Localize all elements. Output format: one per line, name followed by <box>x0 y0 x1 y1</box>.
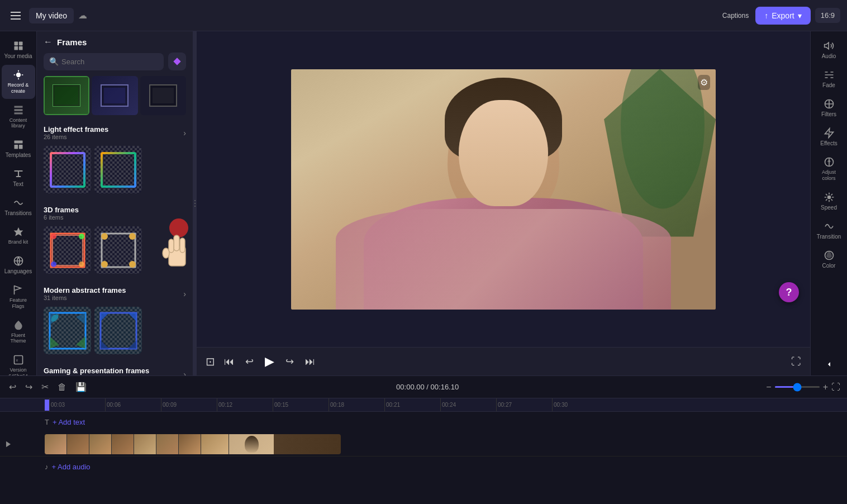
add-audio-track[interactable]: ♪ + Add audio <box>0 457 847 477</box>
top-thumb-3[interactable] <box>140 76 186 115</box>
aspect-ratio-button[interactable]: 16:9 <box>815 8 840 23</box>
3d-frames-count: 6 items <box>44 214 79 221</box>
video-title[interactable]: My video <box>29 8 74 23</box>
diamond-button[interactable] <box>168 53 186 70</box>
main-area: Your media Record &create Contentlibrary… <box>0 31 847 375</box>
time-separator: / <box>426 383 430 391</box>
light-effect-frames-title: Light effect frames <box>44 125 108 134</box>
sidebar-item-fluent-theme[interactable]: FluentTheme <box>2 315 35 349</box>
sidebar-item-text[interactable]: Text <box>2 164 35 192</box>
sidebar-label-record-create: Record &create <box>8 82 29 94</box>
modern-abstract-frames-arrow: › <box>183 289 186 298</box>
fit-zoom-button[interactable]: ⛶ <box>831 382 840 392</box>
right-panel-audio[interactable]: Audio <box>812 36 846 64</box>
video-track-content[interactable] <box>45 432 847 456</box>
menu-button[interactable] <box>7 7 25 25</box>
sidebar-item-feature-flags[interactable]: FeatureFlags <box>2 280 35 314</box>
sidebar-item-content-library[interactable]: Contentlibrary <box>2 100 35 134</box>
resize-dots <box>194 200 196 207</box>
right-panel: Audio Fade Filters Effects Adjustcolors … <box>810 31 847 375</box>
time-total: 00:16.10 <box>431 383 459 391</box>
delete-button[interactable]: 🗑 <box>55 380 69 394</box>
modern-frame-thumb-2[interactable] <box>94 307 142 354</box>
sidebar-item-languages[interactable]: Languages <box>2 251 35 279</box>
svg-marker-72 <box>6 441 11 447</box>
modern-frame-svg-1 <box>48 311 87 350</box>
playhead[interactable] <box>45 400 49 411</box>
right-panel-speed[interactable]: Speed <box>812 187 846 215</box>
right-panel-transition[interactable]: Transition <box>812 216 846 244</box>
right-panel-filters[interactable]: Filters <box>812 94 846 122</box>
forward-button[interactable]: ↪ <box>283 353 296 370</box>
fluent-icon <box>13 320 24 331</box>
right-panel-color[interactable]: Color <box>812 245 846 273</box>
right-panel-adjust-colors[interactable]: Adjustcolors <box>812 152 846 186</box>
sidebar-item-version[interactable]: v Version645bc64 <box>2 350 35 375</box>
save-button[interactable]: 💾 <box>73 379 89 394</box>
search-icon: 🔍 <box>49 57 59 66</box>
light-frame-thumb-2[interactable] <box>94 146 142 193</box>
effects-label: Effects <box>820 140 837 146</box>
fullscreen-button[interactable]: ⛶ <box>791 356 801 368</box>
canvas-settings-icon[interactable]: ⚙ <box>698 75 710 90</box>
play-button[interactable]: ▶ <box>263 352 277 371</box>
clip-thumb-7 <box>179 434 201 454</box>
sidebar-label-languages: Languages <box>4 268 32 274</box>
top-thumb-2[interactable] <box>92 76 137 115</box>
export-button[interactable]: ↑ Export ▾ <box>755 7 810 25</box>
light-effect-frames-header[interactable]: Light effect frames 26 items › <box>41 122 188 144</box>
sidebar-item-transitions[interactable]: Transitions <box>2 193 35 221</box>
sidebar-item-brand-kit[interactable]: Brand kit <box>2 222 35 250</box>
modern-frame-thumb-1[interactable] <box>44 307 91 354</box>
redo-button[interactable]: ↪ <box>23 379 35 394</box>
3d-frame-thumb-2[interactable] <box>94 226 142 274</box>
skip-forward-button[interactable]: ⏭ <box>303 354 317 370</box>
timeline: ↩ ↪ ✂ 🗑 💾 00:00.00 / 00:16.10 − + ⛶ 00:0… <box>0 375 847 504</box>
cut-button[interactable]: ✂ <box>39 379 51 394</box>
audio-icon <box>824 40 835 51</box>
version-icon: v <box>13 354 24 365</box>
zoom-in-button[interactable]: + <box>823 382 828 392</box>
help-button[interactable]: ? <box>779 282 799 302</box>
adjust-colors-label: Adjustcolors <box>822 169 836 182</box>
captions-cc-icon[interactable]: ⊡ <box>206 355 215 368</box>
gaming-frames-header[interactable]: Gaming & presentation frames 35 items › <box>41 363 188 375</box>
ruler-marks: 00:03 00:06 00:09 00:12 00:15 00:18 00:2… <box>49 398 608 412</box>
search-input[interactable] <box>44 53 164 70</box>
right-panel-effects[interactable]: Effects <box>812 123 846 151</box>
ruler-mark-4: 00:15 <box>273 398 329 412</box>
svg-rect-15 <box>51 234 84 267</box>
video-track-icon <box>4 440 12 448</box>
rewind-button[interactable]: ↩ <box>243 353 256 370</box>
light-frame-thumb-1[interactable] <box>44 146 91 193</box>
3d-frames-header[interactable]: 3D frames 6 items <box>41 202 188 224</box>
3d-frame-thumb-1[interactable] <box>44 226 91 274</box>
light-effect-frames-info: Light effect frames 26 items <box>44 125 108 140</box>
modern-abstract-frames-header[interactable]: Modern abstract frames 31 items › <box>41 283 188 305</box>
svg-rect-16 <box>53 235 83 265</box>
captions-button[interactable]: Captions <box>720 9 751 22</box>
svg-rect-26 <box>169 246 185 266</box>
panel-back-button[interactable]: ← <box>44 37 53 47</box>
right-panel-expand[interactable] <box>825 360 834 371</box>
top-thumb-1[interactable] <box>44 76 89 115</box>
svg-point-70 <box>827 196 830 198</box>
sidebar-item-templates[interactable]: Templates <box>2 135 35 163</box>
sidebar-item-record-create[interactable]: Record &create <box>2 65 35 99</box>
3d-frame-svg-2 <box>99 231 138 270</box>
zoom-out-button[interactable]: − <box>766 382 771 392</box>
clip-thumb-1 <box>45 434 67 454</box>
record-icon <box>13 69 24 80</box>
video-clip[interactable] <box>45 434 341 454</box>
undo-button[interactable]: ↩ <box>7 379 18 394</box>
ruler-mark-7: 00:24 <box>440 398 496 412</box>
zoom-slider[interactable] <box>775 386 820 388</box>
add-text-track[interactable]: T + Add text <box>0 412 847 432</box>
skip-back-button[interactable]: ⏮ <box>222 354 236 370</box>
right-panel-fade[interactable]: Fade <box>812 65 846 93</box>
fade-icon <box>824 69 835 80</box>
sidebar-item-your-media[interactable]: Your media <box>2 36 35 64</box>
effects-icon <box>824 127 835 139</box>
clip-thumb-8 <box>201 434 229 454</box>
ruler-mark-2: 00:09 <box>161 398 217 412</box>
